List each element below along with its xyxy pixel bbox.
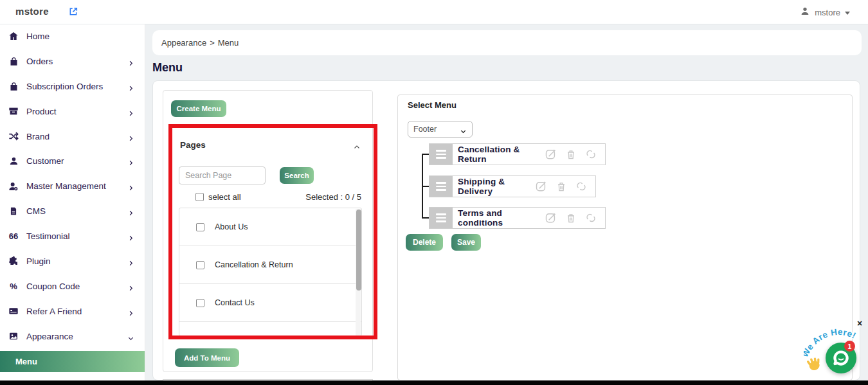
document-icon — [8, 206, 19, 217]
select-all-label[interactable]: select all — [208, 192, 241, 202]
page-title: Menu — [152, 61, 183, 75]
trash-icon[interactable] — [565, 212, 577, 224]
puzzle-icon — [8, 255, 19, 267]
bottom-black-bar — [0, 381, 868, 385]
pages-section-title: Pages — [180, 140, 206, 150]
page-checkbox[interactable] — [196, 223, 204, 231]
breadcrumb: Appearance > Menu — [152, 30, 862, 55]
search-input[interactable] — [179, 166, 266, 184]
page-list-item: About Us — [179, 208, 361, 246]
select-menu-label: Select Menu — [408, 100, 457, 110]
chevron-right-icon — [127, 183, 134, 190]
menu-item-row: Terms and conditions — [429, 207, 606, 229]
chat-arc-text: We Are Here! — [804, 323, 867, 361]
sidebar-item-testimonial[interactable]: 66 Testimonial — [0, 224, 145, 249]
sidebar-item-orders[interactable]: Orders — [0, 49, 145, 74]
shopping-bag-icon — [8, 80, 19, 92]
unlink-icon[interactable] — [584, 148, 597, 161]
edit-icon[interactable] — [535, 180, 548, 193]
sidebar-item-subscription-orders[interactable]: Subscription Orders — [0, 74, 145, 99]
menu-dropdown[interactable]: Footer — [408, 121, 473, 138]
archive-box-icon — [8, 105, 19, 117]
chevron-right-icon — [127, 83, 134, 90]
chevron-down-icon — [845, 12, 850, 15]
person-icon — [8, 156, 19, 167]
topbar: mstore mstore — [0, 0, 868, 24]
chevron-right-icon — [127, 208, 134, 215]
breadcrumb-menu: Menu — [218, 38, 239, 48]
page-checkbox[interactable] — [196, 261, 204, 269]
chevron-down-icon — [127, 333, 134, 340]
shopping-bag-icon — [8, 55, 19, 67]
sidebar-item-refer-a-friend[interactable]: Refer A Friend — [0, 299, 145, 324]
chevron-right-icon — [127, 157, 134, 165]
breadcrumb-appearance[interactable]: Appearance — [161, 38, 206, 48]
user-menu[interactable]: mstore — [800, 6, 850, 19]
home-icon — [8, 30, 19, 42]
waving-hand-icon — [805, 357, 823, 372]
sidebar-item-master-management[interactable]: Master Management — [0, 174, 145, 199]
search-button[interactable]: Search — [280, 167, 314, 184]
drag-handle-icon[interactable] — [429, 176, 453, 197]
scrollbar-thumb[interactable] — [356, 210, 361, 291]
image-icon — [8, 330, 19, 342]
card-icon — [8, 305, 19, 317]
sidebar-item-plugin[interactable]: Plugin — [0, 249, 145, 274]
save-button[interactable]: Save — [451, 234, 481, 251]
select-menu-panel: Select Menu Footer Cancellation & Return… — [397, 94, 853, 381]
person-gear-icon — [8, 181, 19, 192]
sidebar-item-customer[interactable]: Customer — [0, 148, 145, 174]
chevron-right-icon — [127, 58, 134, 65]
page-list-item: Cancellation & Return — [179, 246, 361, 284]
chevron-down-icon — [460, 126, 467, 133]
external-link-icon[interactable] — [68, 6, 78, 17]
add-to-menu-button[interactable]: Add To Menu — [175, 348, 239, 367]
create-menu-button[interactable]: Create Menu — [171, 100, 226, 117]
sidebar-item-appearance[interactable]: Appearance — [0, 324, 145, 349]
sidebar-item-home[interactable]: Home — [0, 24, 145, 49]
breadcrumb-separator: > — [210, 38, 215, 48]
page-list-item: Contact Us — [179, 284, 361, 322]
edit-icon[interactable] — [545, 211, 557, 224]
chevron-right-icon — [127, 283, 134, 290]
sidebar: Home Orders Subscription Orders Product … — [0, 24, 145, 385]
app-window: mstore mstore Home Orders Subscription O… — [0, 0, 868, 385]
sidebar-item-product[interactable]: Product — [0, 99, 145, 124]
chevron-right-icon — [127, 308, 134, 315]
sidebar-item-menu-active[interactable]: Menu — [0, 351, 145, 372]
shuffle-icon — [8, 130, 19, 142]
notification-badge: 1 — [844, 341, 855, 352]
delete-button[interactable]: Delete — [406, 234, 443, 251]
select-all-checkbox[interactable] — [195, 193, 204, 201]
edit-icon[interactable] — [545, 148, 557, 161]
quote-icon: 66 — [8, 231, 19, 242]
drag-handle-icon[interactable] — [429, 208, 453, 228]
menu-item-row: Cancellation & Return — [429, 143, 606, 165]
page-checkbox[interactable] — [196, 299, 204, 307]
chevron-right-icon — [127, 133, 134, 140]
unlink-icon[interactable] — [575, 180, 588, 193]
brand-logo: mstore — [15, 6, 49, 17]
sidebar-item-coupon-code[interactable]: % Coupon Code — [0, 274, 145, 299]
user-name: mstore — [815, 8, 840, 17]
page-list: About Us Cancellation & Return Contact U… — [179, 208, 362, 336]
chevron-right-icon — [127, 258, 134, 265]
menu-item-row: Shipping & Delivery — [429, 175, 596, 197]
trash-icon[interactable] — [565, 148, 577, 161]
chevron-right-icon — [127, 108, 134, 115]
page-list-item: Shipping & Delivery — [179, 322, 361, 336]
user-icon — [800, 6, 810, 19]
unlink-icon[interactable] — [584, 211, 597, 224]
chevron-right-icon — [127, 233, 134, 240]
pages-panel: Create Menu Pages Search select all Sele… — [163, 90, 373, 372]
sidebar-item-brand[interactable]: Brand — [0, 124, 145, 149]
percent-icon: % — [8, 280, 19, 292]
trash-icon[interactable] — [556, 181, 567, 193]
chevron-up-icon[interactable] — [353, 142, 361, 150]
drag-handle-icon[interactable] — [429, 144, 453, 165]
menu-dropdown-value: Footer — [413, 125, 437, 134]
selected-count: Selected : 0 / 5 — [305, 192, 361, 202]
sidebar-item-cms[interactable]: CMS — [0, 199, 145, 224]
